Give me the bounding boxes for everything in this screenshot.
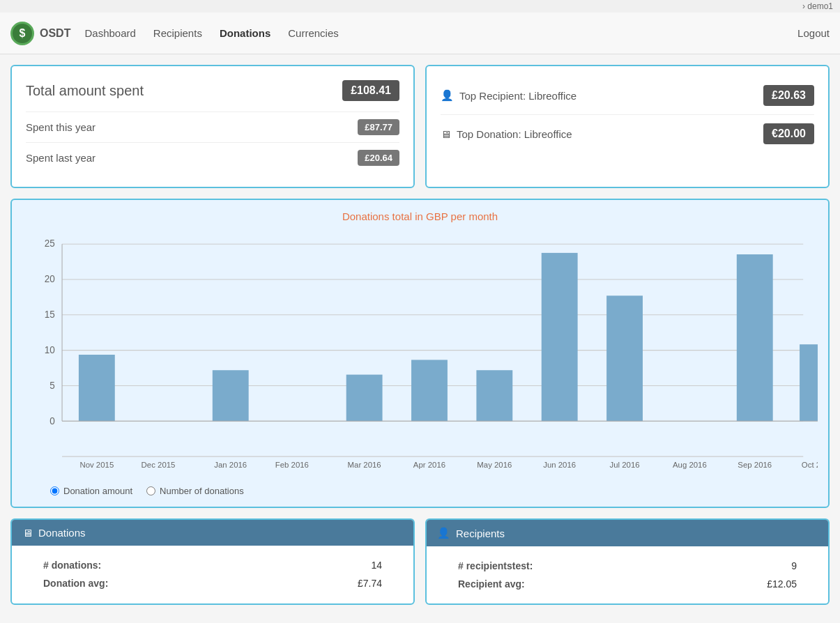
- svg-text:20: 20: [45, 274, 55, 284]
- svg-text:Sep 2016: Sep 2016: [738, 461, 772, 469]
- donations-body: # donations: 14 Donation avg: £7.74: [12, 546, 413, 603]
- total-amount-card: Total amount spent £108.41 Spent this ye…: [10, 65, 415, 188]
- bar-mar2016: [346, 375, 383, 422]
- svg-text:10: 10: [45, 345, 55, 355]
- person-icon: 👤: [441, 89, 454, 102]
- spent-last-year-label: Spent last year: [26, 152, 96, 164]
- top-card: 👤 Top Recipient: Libreoffice £20.63 🖥 To…: [425, 65, 830, 188]
- recipients-stat-1-label: # recipientstest:: [458, 560, 533, 571]
- radio-num-donations-label: Number of donations: [160, 486, 244, 496]
- recipients-stat-1-value: 9: [791, 560, 797, 571]
- svg-text:5: 5: [49, 380, 54, 391]
- spent-last-year-value: £20.64: [358, 150, 399, 166]
- donations-stat-1-value: 14: [371, 560, 382, 571]
- chart-radios: Donation amount Number of donations: [22, 486, 818, 496]
- top-donation-row: 🖥 Top Donation: Libreoffice €20.00: [441, 115, 814, 153]
- recipients-stat-1: # recipientstest: 9: [437, 557, 818, 575]
- recipients-body: # recipientstest: 9 Recipient avg: £12.0…: [427, 546, 828, 603]
- svg-text:Mar 2016: Mar 2016: [348, 461, 381, 469]
- spent-last-year-row: Spent last year £20.64: [26, 142, 399, 173]
- demo-user-bar: › demo1: [0, 0, 840, 13]
- radio-donation-amount-label: Donation amount: [63, 486, 132, 496]
- svg-text:Aug 2016: Aug 2016: [673, 461, 707, 469]
- monitor-icon: 🖥: [441, 128, 451, 140]
- donations-stat-2: Donation avg: £7.74: [22, 574, 403, 592]
- top-recipient-label: 👤 Top Recipient: Libreoffice: [441, 89, 576, 102]
- bar-jul2016: [606, 295, 643, 421]
- radio-num-donations[interactable]: Number of donations: [146, 486, 244, 496]
- svg-text:Jan 2016: Jan 2016: [214, 461, 247, 469]
- donations-stat-2-label: Donation avg:: [43, 578, 108, 589]
- bottom-row: 🖥 Donations # donations: 14 Donation avg…: [10, 518, 830, 605]
- bar-may2016: [476, 370, 512, 421]
- recipients-header: 👤 Recipients: [427, 520, 828, 546]
- recipients-stat-2: Recipient avg: £12.05: [437, 575, 818, 593]
- brand-name: OSDT: [40, 27, 70, 40]
- brand-icon: $: [10, 22, 34, 45]
- nav-donations[interactable]: Donations: [220, 24, 270, 43]
- svg-text:May 2016: May 2016: [477, 461, 512, 469]
- chart-title: Donations total in GBP per month: [22, 210, 818, 222]
- donations-icon: 🖥: [22, 527, 33, 539]
- total-value: £108.41: [342, 80, 399, 101]
- radio-donation-amount[interactable]: Donation amount: [50, 486, 132, 496]
- svg-text:25: 25: [45, 238, 55, 249]
- bar-jan2016: [213, 370, 249, 421]
- svg-text:Jun 2016: Jun 2016: [543, 461, 576, 469]
- chart-svg: 25 20 15 10 5 0 Nov 2015 Dec 2015 Jan 20…: [22, 229, 818, 480]
- navbar: $ OSDT Dashboard Recipients Donations Cu…: [0, 13, 840, 54]
- donations-header-label: Donations: [38, 527, 86, 539]
- total-title: Total amount spent: [26, 83, 144, 99]
- spent-this-year-label: Spent this year: [26, 121, 96, 133]
- spent-this-year-value: £87.77: [358, 119, 399, 135]
- donations-card: 🖥 Donations # donations: 14 Donation avg…: [10, 518, 415, 605]
- spent-this-year-row: Spent this year £87.77: [26, 111, 399, 142]
- svg-text:Oct 2016: Oct 2016: [802, 461, 818, 469]
- recipients-card: 👤 Recipients # recipientstest: 9 Recipie…: [425, 518, 830, 605]
- svg-text:15: 15: [45, 309, 55, 320]
- svg-text:Feb 2016: Feb 2016: [275, 461, 309, 469]
- bar-sep2016: [737, 254, 773, 421]
- donations-stat-1-label: # donations:: [43, 560, 101, 571]
- recipients-stat-2-value: £12.05: [767, 578, 797, 590]
- donations-header: 🖥 Donations: [12, 520, 413, 546]
- svg-text:Nov 2015: Nov 2015: [79, 461, 114, 469]
- bar-jun2016: [542, 253, 578, 421]
- donations-stat-2-value: £7.74: [358, 578, 382, 589]
- top-recipient-row: 👤 Top Recipient: Libreoffice £20.63: [441, 77, 814, 115]
- logout-button[interactable]: Logout: [797, 27, 830, 39]
- recipients-stat-2-label: Recipient avg:: [458, 578, 525, 590]
- svg-text:0: 0: [49, 415, 55, 426]
- chart-area: 25 20 15 10 5 0 Nov 2015 Dec 2015 Jan 20…: [22, 229, 818, 480]
- demo-username: demo1: [807, 1, 833, 11]
- bar-nov2015: [79, 355, 115, 421]
- svg-text:Dec 2015: Dec 2015: [142, 461, 176, 469]
- recipients-header-label: Recipients: [456, 528, 505, 539]
- top-donation-label: 🖥 Top Donation: Libreoffice: [441, 128, 572, 140]
- bar-apr2016: [411, 360, 448, 421]
- nav-links: Dashboard Recipients Donations Currencie…: [84, 24, 797, 43]
- top-recipient-value: £20.63: [763, 85, 814, 106]
- donations-stat-1: # donations: 14: [22, 556, 403, 574]
- svg-text:Jul 2016: Jul 2016: [609, 461, 639, 469]
- nav-recipients[interactable]: Recipients: [153, 24, 202, 43]
- chart-card: Donations total in GBP per month 25 20 1…: [10, 199, 830, 508]
- recipients-icon: 👤: [437, 527, 450, 539]
- top-donation-value: €20.00: [763, 123, 814, 144]
- brand: $ OSDT: [10, 22, 70, 45]
- total-header: Total amount spent £108.41: [26, 80, 399, 101]
- nav-currencies[interactable]: Currencies: [288, 24, 339, 43]
- stats-row: Total amount spent £108.41 Spent this ye…: [10, 65, 830, 188]
- svg-text:Apr 2016: Apr 2016: [413, 461, 445, 469]
- main-content: Total amount spent £108.41 Spent this ye…: [0, 54, 840, 615]
- nav-dashboard[interactable]: Dashboard: [84, 24, 135, 43]
- bar-oct2016: [800, 344, 818, 421]
